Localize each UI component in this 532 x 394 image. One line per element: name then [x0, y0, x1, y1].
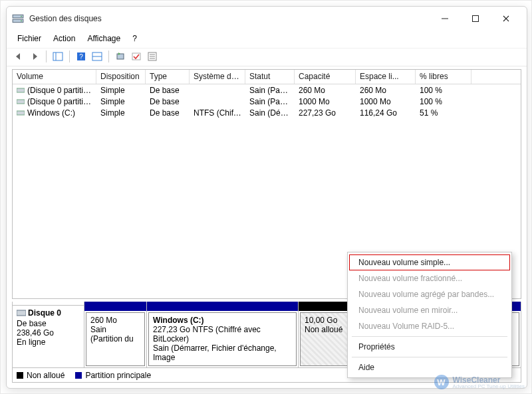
- menu-bar: Fichier Action Affichage ?: [7, 31, 527, 48]
- drive-icon: [17, 110, 25, 116]
- titlebar: Gestion des disques: [7, 7, 527, 31]
- detail-pane-icon[interactable]: [90, 50, 104, 63]
- partition-1[interactable]: 260 Mo Sain (Partition du: [84, 302, 147, 367]
- volume-list-header: Volume Disposition Type Système de ... S…: [13, 70, 521, 84]
- wisecleaner-logo-icon: W: [434, 375, 449, 389]
- svg-rect-15: [132, 53, 140, 60]
- svg-rect-21: [17, 100, 25, 104]
- disk-label[interactable]: Disque 0 De base 238,46 Go En ligne: [13, 302, 84, 367]
- col-volume[interactable]: Volume: [13, 70, 96, 84]
- svg-rect-23: [17, 310, 26, 316]
- volume-name: Windows (C:): [27, 108, 75, 118]
- volume-row[interactable]: (Disque 0 partition... Simple De base Sa…: [13, 84, 521, 96]
- maximize-button[interactable]: [460, 9, 491, 29]
- minimize-button[interactable]: [430, 9, 460, 29]
- col-status[interactable]: Statut: [245, 70, 295, 84]
- app-icon: [12, 13, 24, 25]
- toolbar: ?: [7, 48, 527, 66]
- svg-rect-5: [473, 16, 479, 22]
- close-button[interactable]: [491, 9, 521, 29]
- col-layout[interactable]: Disposition: [96, 70, 146, 84]
- svg-rect-20: [17, 88, 25, 92]
- refresh-icon[interactable]: [114, 50, 127, 63]
- checkmark-icon[interactable]: [130, 50, 143, 63]
- context-menu: Nouveau volume simple... Nouveau volume …: [347, 252, 512, 378]
- menu-help[interactable]: ?: [127, 32, 142, 45]
- console-tree-icon[interactable]: [51, 50, 65, 63]
- ctx-properties[interactable]: Propriétés: [349, 339, 510, 355]
- partition-2[interactable]: Windows (C:) 227,23 Go NTFS (Chiffré ave…: [147, 302, 299, 367]
- svg-rect-8: [53, 52, 63, 60]
- volume-row[interactable]: (Disque 0 partition... Simple De base Sa…: [13, 96, 521, 107]
- properties-icon[interactable]: [146, 50, 159, 63]
- help-icon[interactable]: ?: [74, 50, 88, 63]
- svg-text:?: ?: [79, 53, 83, 60]
- forward-icon[interactable]: [28, 50, 41, 63]
- col-capacity[interactable]: Capacité: [295, 70, 356, 84]
- legend-primary: Partition principale: [75, 371, 151, 380]
- disk-icon: [17, 309, 26, 319]
- col-pctfree[interactable]: % libres: [416, 70, 471, 84]
- volume-name: (Disque 0 partition...: [27, 86, 96, 95]
- watermark: W WiseCleaner Advanced PC Tune-up Utilit…: [434, 375, 525, 389]
- legend-unallocated: Non alloué: [17, 371, 65, 380]
- svg-point-2: [21, 16, 22, 17]
- menu-file[interactable]: Fichier: [12, 32, 47, 45]
- ctx-new-spanned-volume: Nouveau volume fractionné...: [349, 270, 510, 286]
- back-icon[interactable]: [12, 50, 25, 63]
- ctx-new-raid5-volume: Nouveau Volume RAID-5...: [349, 318, 510, 334]
- col-filesystem[interactable]: Système de ...: [190, 70, 245, 84]
- window-title: Gestion des disques: [29, 14, 102, 23]
- volume-row[interactable]: Windows (C:) Simple De base NTFS (Chiffr…: [13, 107, 521, 118]
- svg-rect-22: [17, 111, 25, 115]
- svg-point-3: [21, 20, 22, 21]
- drive-icon: [17, 87, 25, 94]
- volume-name: (Disque 0 partition...: [27, 97, 96, 106]
- ctx-new-striped-volume: Nouveau volume agrégé par bandes...: [349, 286, 510, 302]
- menu-view[interactable]: Affichage: [82, 32, 126, 45]
- menu-action[interactable]: Action: [48, 32, 80, 45]
- ctx-help[interactable]: Aide: [349, 359, 510, 375]
- svg-rect-14: [117, 54, 124, 59]
- drive-icon: [17, 98, 25, 105]
- col-type[interactable]: Type: [146, 70, 190, 84]
- ctx-new-mirrored-volume: Nouveau volume en miroir...: [349, 302, 510, 318]
- ctx-new-simple-volume[interactable]: Nouveau volume simple...: [349, 254, 510, 270]
- col-free[interactable]: Espace li...: [356, 70, 416, 84]
